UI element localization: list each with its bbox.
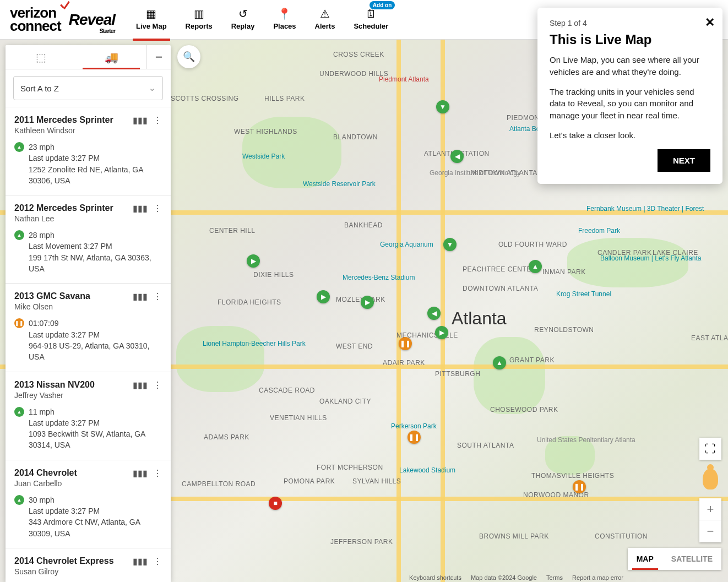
- vehicle-marker[interactable]: ▲: [529, 260, 542, 273]
- vehicle-speed: 11 mph: [29, 406, 162, 417]
- driver-name: Kathleen Windsor: [14, 126, 113, 135]
- status-icon: ▲: [14, 407, 24, 417]
- hierarchy-icon: ⬚: [36, 51, 46, 64]
- last-update: Last update 3:27 PM: [29, 505, 162, 516]
- tab-hierarchy[interactable]: ⬚: [6, 45, 76, 69]
- signal-icon[interactable]: ▮▮▮: [133, 115, 148, 126]
- vehicle-marker[interactable]: ◀: [427, 307, 441, 320]
- vehicle-name: 2014 Chevrolet Express: [14, 556, 114, 566]
- more-icon[interactable]: ⋮: [153, 291, 162, 302]
- status-icon: ❚❚: [14, 318, 24, 328]
- logo-group: verizonconnect Reveal Starter: [10, 7, 115, 32]
- nav-alerts[interactable]: ⚠Alerts: [315, 8, 335, 31]
- vehicle-marker[interactable]: ▶: [317, 290, 330, 303]
- tab-vehicles[interactable]: 🚚: [76, 45, 146, 69]
- vehicle-address: 964-918 US-29, Atlanta, GA 30310, USA: [29, 340, 162, 363]
- driver-name: Jeffrey Vasher: [14, 391, 95, 400]
- vehicle-card[interactable]: 2012 Mercedes SprinterNathan Lee▮▮▮⋮▲28 …: [6, 195, 171, 284]
- vehicle-address: 343 Ardmore Ct NW, Atlanta, GA 30309, US…: [29, 516, 162, 539]
- vehicle-speed: 23 mph: [29, 142, 162, 153]
- fullscreen-button[interactable]: ⛶: [699, 438, 721, 460]
- vehicle-address: 199 17th St NW, Atlanta, GA 30363, USA: [29, 252, 162, 275]
- pegman-icon[interactable]: [703, 469, 718, 489]
- vehicle-card[interactable]: 2013 Nissan NV200Jeffrey Vasher▮▮▮⋮▲11 m…: [6, 372, 171, 460]
- more-icon[interactable]: ⋮: [153, 556, 162, 567]
- status-icon: ▲: [14, 230, 24, 240]
- nav-scheduler[interactable]: Add on🗓Scheduler: [354, 8, 388, 31]
- sidebar-tabs: ⬚ 🚚 −: [6, 45, 171, 69]
- vehicle-marker[interactable]: ■: [269, 497, 282, 510]
- pin-icon: 📍: [278, 8, 291, 20]
- driver-name: Susan Gilroy: [14, 567, 114, 576]
- vehicle-name: 2011 Mercedes Sprinter: [14, 115, 113, 125]
- vehicle-marker[interactable]: ◀: [450, 150, 464, 163]
- nav-reports[interactable]: ▥Reports: [186, 8, 213, 31]
- vehicle-speed: 01:07:09: [29, 318, 162, 329]
- map-pin-icon: ▦: [145, 8, 158, 20]
- nav-replay[interactable]: ↺Replay: [231, 8, 255, 31]
- last-update: Last update 3:27 PM: [29, 329, 162, 340]
- zoom-out-button[interactable]: −: [699, 520, 721, 542]
- map-type-toggle: MAP SATELLITE: [628, 548, 721, 570]
- sort-dropdown[interactable]: Sort A to Z ⌄: [13, 76, 163, 100]
- nav-live-map[interactable]: ▦Live Map: [136, 8, 167, 31]
- chevron-down-icon: ⌄: [149, 83, 156, 93]
- vehicle-marker[interactable]: ▼: [443, 238, 457, 251]
- main-nav: ▦Live Map▥Reports↺Replay📍Places⚠AlertsAd…: [136, 8, 388, 31]
- signal-icon[interactable]: ▮▮▮: [133, 556, 148, 567]
- map-type-map[interactable]: MAP: [628, 548, 662, 570]
- map-type-satellite[interactable]: SATELLITE: [662, 548, 721, 570]
- map-controls: ⛶ + −: [699, 438, 721, 542]
- vehicle-card[interactable]: 2014 ChevroletJuan Carbello▮▮▮⋮▲30 mphLa…: [6, 460, 171, 548]
- vehicle-name: 2013 GMC Savana: [14, 291, 90, 301]
- vehicle-card[interactable]: 2011 Mercedes SprinterKathleen Windsor▮▮…: [6, 107, 171, 195]
- tour-title: This is Live Map: [550, 32, 710, 47]
- driver-name: Juan Carbello: [14, 479, 77, 488]
- close-button[interactable]: ✕: [705, 15, 715, 30]
- more-icon[interactable]: ⋮: [153, 203, 162, 214]
- vehicle-list[interactable]: 2011 Mercedes SprinterKathleen Windsor▮▮…: [6, 107, 171, 582]
- vehicle-marker[interactable]: ❚❚: [408, 431, 421, 444]
- more-icon[interactable]: ⋮: [153, 115, 162, 126]
- driver-name: Mike Olsen: [14, 302, 90, 311]
- map-attribution: Keyboard shortcuts Map data ©2024 Google…: [401, 574, 623, 581]
- vehicle-card[interactable]: 2014 Chevrolet ExpressSusan Gilroy▮▮▮⋮❚❚…: [6, 548, 171, 582]
- map-search-button[interactable]: 🔍: [177, 45, 200, 68]
- nav-places[interactable]: 📍Places: [273, 8, 296, 31]
- vehicle-marker[interactable]: ❚❚: [573, 480, 586, 493]
- status-icon: ▲: [14, 495, 24, 505]
- bar-chart-icon: ▥: [192, 8, 205, 20]
- more-icon[interactable]: ⋮: [153, 380, 162, 390]
- vehicle-card[interactable]: 2013 GMC SavanaMike Olsen▮▮▮⋮❚❚01:07:09L…: [6, 284, 171, 372]
- city-label: Atlanta: [452, 308, 507, 329]
- next-button[interactable]: NEXT: [658, 149, 710, 172]
- tour-step-label: Step 1 of 4: [550, 19, 710, 28]
- replay-icon: ↺: [236, 8, 249, 20]
- signal-icon[interactable]: ▮▮▮: [133, 468, 148, 478]
- more-icon[interactable]: ⋮: [153, 468, 162, 478]
- vehicle-marker[interactable]: ▶: [247, 254, 260, 268]
- tour-popover: ✕ Step 1 of 4 This is Live Map On Live M…: [537, 8, 722, 184]
- last-update: Last update 3:27 PM: [29, 153, 162, 164]
- vehicle-speed: 28 mph: [29, 230, 162, 241]
- zoom-control: + −: [699, 498, 721, 542]
- warning-icon: ⚠: [318, 8, 332, 20]
- zoom-in-button[interactable]: +: [699, 498, 721, 520]
- signal-icon[interactable]: ▮▮▮: [133, 291, 148, 302]
- vehicle-marker[interactable]: ▼: [436, 100, 449, 113]
- signal-icon[interactable]: ▮▮▮: [133, 380, 148, 390]
- collapse-sidebar-button[interactable]: −: [146, 45, 171, 69]
- vehicle-marker[interactable]: ❚❚: [399, 337, 412, 350]
- driver-name: Nathan Lee: [14, 214, 113, 223]
- vehicle-marker[interactable]: ▶: [435, 326, 448, 339]
- signal-icon[interactable]: ▮▮▮: [133, 203, 148, 214]
- vehicle-marker[interactable]: ▶: [361, 296, 374, 309]
- vehicle-sidebar: ⬚ 🚚 − Sort A to Z ⌄ 2011 Mercedes Sprint…: [6, 45, 171, 582]
- vehicle-name: 2013 Nissan NV200: [14, 380, 95, 390]
- vehicle-name: 2012 Mercedes Sprinter: [14, 203, 113, 213]
- vehicle-marker[interactable]: ▲: [493, 356, 506, 369]
- calendar-icon: 🗓: [365, 8, 378, 20]
- verizon-connect-logo: verizonconnect: [10, 7, 61, 32]
- addon-badge: Add on: [370, 1, 395, 9]
- vehicle-address: 1093 Beckwith St SW, Atlanta, GA 30314, …: [29, 428, 162, 451]
